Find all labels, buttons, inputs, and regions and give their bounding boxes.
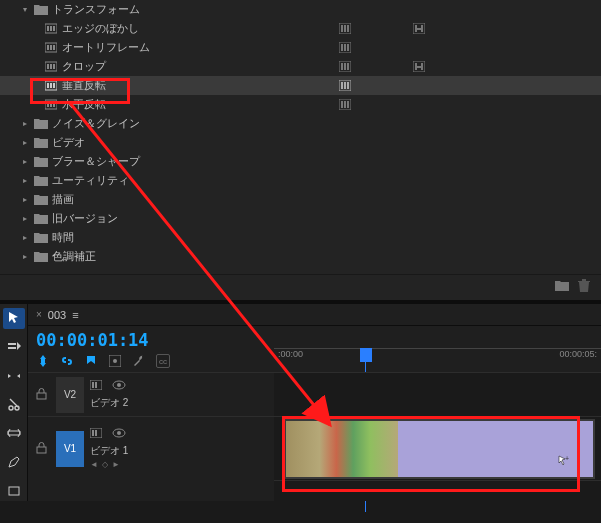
svg-rect-31 [341, 82, 343, 89]
svg-rect-41 [347, 101, 349, 108]
folder-label: 時間 [52, 230, 74, 245]
track-lane-a1[interactable] [274, 480, 601, 500]
folder-color-correct[interactable]: ▸ 色調補正 [0, 247, 601, 266]
folder-label: 旧バージョン [52, 211, 118, 226]
folder-blur-sharpen[interactable]: ▸ ブラー＆シャープ [0, 152, 601, 171]
video-clip[interactable]: fx AdobeStock_200933844.mp4 + [284, 419, 595, 479]
close-tab-icon[interactable]: × [36, 309, 42, 320]
svg-point-50 [117, 383, 121, 387]
preset-edge-blur[interactable]: エッジのぼかし [0, 19, 601, 38]
snap-icon[interactable] [36, 354, 50, 368]
playhead[interactable] [360, 348, 372, 362]
folder-label: ノイズ＆グレイン [52, 116, 140, 131]
source-patch-icon[interactable] [90, 380, 104, 394]
svg-rect-45 [37, 393, 46, 399]
svg-rect-2 [50, 26, 52, 31]
ripple-edit-tool[interactable] [3, 365, 25, 386]
sequence-tab[interactable]: × 003 ≡ [28, 304, 601, 326]
time-ruler[interactable]: :00:00 00:00:05: [274, 326, 601, 372]
rectangle-tool[interactable] [3, 480, 25, 501]
track-lane-v1[interactable]: fx AdobeStock_200933844.mp4 + [274, 416, 601, 480]
folder-noise-grain[interactable]: ▸ ノイズ＆グレイン [0, 114, 601, 133]
svg-rect-40 [344, 101, 346, 108]
sequence-name: 003 [48, 309, 66, 321]
wrench-icon[interactable] [132, 354, 146, 368]
chevron-right-icon: ▸ [20, 233, 30, 243]
chevron-right-icon: ▸ [20, 214, 30, 224]
preset-horizontal-flip[interactable]: 水平反転 [0, 95, 601, 114]
selection-tool[interactable] [3, 308, 25, 329]
svg-rect-19 [50, 64, 52, 69]
svg-rect-35 [47, 102, 49, 107]
chevron-right-icon: ▸ [20, 119, 30, 129]
track-name-v1: ビデオ 1 [90, 444, 128, 458]
svg-rect-42 [9, 487, 19, 495]
timecode-display[interactable]: 00:00:01:14 [36, 330, 266, 350]
tab-menu-icon[interactable]: ≡ [72, 309, 78, 321]
preset-crop[interactable]: クロップ [0, 57, 601, 76]
track-lane-v2[interactable] [274, 372, 601, 416]
preset-label: オートリフレーム [62, 40, 150, 55]
eye-icon[interactable] [112, 428, 126, 442]
svg-rect-3 [53, 26, 55, 31]
svg-rect-14 [341, 44, 343, 51]
svg-rect-23 [344, 63, 346, 70]
preset-label: 垂直反転 [62, 78, 106, 93]
source-patch-icon[interactable] [90, 428, 104, 442]
track-toggle-v2[interactable]: V2 [56, 377, 84, 413]
preset-auto-reframe[interactable]: オートリフレーム [0, 38, 601, 57]
folder-icon [34, 251, 48, 263]
folder-time[interactable]: ▸ 時間 [0, 228, 601, 247]
folder-utility[interactable]: ▸ ユーティリティ [0, 171, 601, 190]
settings-icon[interactable] [108, 354, 122, 368]
accel-icon [338, 22, 352, 36]
ruler-tick-end: 00:00:05: [559, 349, 597, 359]
razor-tool[interactable] [3, 394, 25, 415]
folder-label: トランスフォーム [52, 2, 140, 17]
preset-vertical-flip[interactable]: 垂直反転 [0, 76, 601, 95]
chevron-right-icon: ▸ [20, 195, 30, 205]
keyframe-nav[interactable]: ◄◇► [90, 460, 128, 469]
folder-transform[interactable]: ▾ トランスフォーム [0, 0, 601, 19]
folder-icon [34, 213, 48, 225]
lock-icon[interactable] [36, 442, 50, 456]
trash-icon[interactable] [577, 279, 591, 293]
folder-label: ビデオ [52, 135, 85, 150]
lock-icon[interactable] [36, 388, 50, 402]
svg-rect-22 [341, 63, 343, 70]
track-header-v2[interactable]: V2 ビデオ 2 [28, 372, 274, 416]
chevron-right-icon: ▸ [20, 252, 30, 262]
folder-icon [34, 156, 48, 168]
track-header-v1[interactable]: V1 ビデオ 1 ◄◇► [28, 416, 274, 480]
accel-icon [338, 98, 352, 112]
yuv-icon [412, 22, 426, 36]
folder-label: 描画 [52, 192, 74, 207]
svg-rect-7 [347, 25, 349, 32]
cc-icon[interactable]: cc [156, 354, 170, 368]
marker-icon[interactable] [84, 354, 98, 368]
folder-icon [34, 232, 48, 244]
svg-rect-20 [53, 64, 55, 69]
folder-video[interactable]: ▸ ビデオ [0, 133, 601, 152]
pen-tool[interactable] [3, 452, 25, 473]
svg-rect-18 [47, 64, 49, 69]
panel-footer [0, 274, 601, 296]
svg-rect-10 [47, 45, 49, 50]
track-toggle-v1[interactable]: V1 [56, 431, 84, 467]
clip-body: + [398, 421, 593, 477]
track-name-v2: ビデオ 2 [90, 396, 128, 410]
track-select-tool[interactable] [3, 337, 25, 358]
svg-rect-33 [347, 82, 349, 89]
svg-rect-53 [92, 430, 94, 436]
accel-icon [338, 41, 352, 55]
svg-rect-5 [341, 25, 343, 32]
new-bin-icon[interactable] [555, 279, 569, 293]
folder-icon [34, 175, 48, 187]
chevron-right-icon: ▸ [20, 176, 30, 186]
eye-icon[interactable] [112, 380, 126, 394]
slip-tool[interactable] [3, 423, 25, 444]
svg-rect-29 [53, 83, 55, 88]
folder-legacy[interactable]: ▸ 旧バージョン [0, 209, 601, 228]
linked-selection-icon[interactable] [60, 354, 74, 368]
folder-draw[interactable]: ▸ 描画 [0, 190, 601, 209]
